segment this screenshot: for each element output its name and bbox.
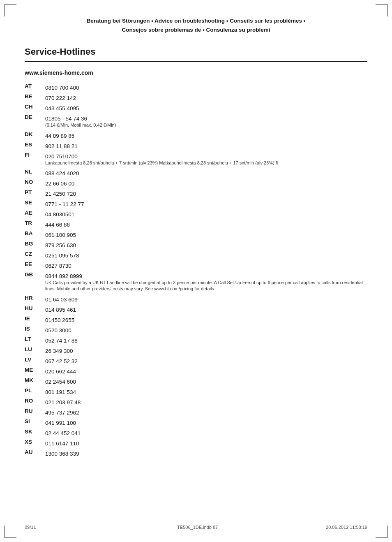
- phone-cell: 0251 095 578: [45, 250, 367, 260]
- phone-cell: 041 991 100: [45, 417, 367, 427]
- table-row: PL801 191 534: [25, 386, 367, 396]
- phone-cell: 052 74 17 88: [45, 335, 367, 345]
- header-line1: Beratung bei Störungen • Advice on troub…: [25, 16, 367, 25]
- country-code: TR: [25, 219, 45, 229]
- phone-number: 02 44 452 041: [45, 429, 367, 436]
- country-code: BG: [25, 239, 45, 250]
- table-row: BG879 256 630: [25, 239, 367, 250]
- phone-cell: 0627 8730: [45, 260, 367, 270]
- phone-number: 444 66 88: [45, 220, 367, 228]
- phone-number: 0771 - 11 22 77: [45, 199, 367, 207]
- table-row: SI041 991 100: [25, 417, 367, 427]
- phone-number: 1300 368 339: [45, 449, 367, 457]
- phone-note: Lankapuhelimesta 8,28 snt/puhelu + 7 snt…: [45, 160, 367, 166]
- phone-number: 067 42 52 32: [45, 357, 367, 364]
- country-code: GB: [25, 270, 45, 294]
- phone-number: 020 662 444: [45, 367, 367, 375]
- country-code: SK: [25, 427, 45, 438]
- table-row: TR444 66 88: [25, 219, 367, 229]
- phone-cell: 879 256 630: [45, 239, 367, 250]
- table-row: SK02 44 452 041: [25, 427, 367, 438]
- phone-cell: 0520 3000: [45, 324, 367, 335]
- phone-number: 0627 8730: [45, 261, 367, 269]
- footer-file: TE506_1DE.indb 87: [177, 525, 218, 530]
- phone-number: 052 74 17 88: [45, 336, 367, 344]
- phone-number: 0251 095 578: [45, 251, 367, 259]
- table-row: FI020 7510700Lankapuhelimesta 8,28 snt/p…: [25, 151, 367, 167]
- country-code: FI: [25, 151, 45, 167]
- corner-mark-br: [376, 526, 388, 538]
- country-code: AE: [25, 208, 45, 219]
- phone-number: 020 7510700: [45, 152, 367, 160]
- table-row: BE070 222 142: [25, 92, 367, 102]
- corner-mark-bl: [4, 526, 16, 538]
- phone-cell: 495 737 2962: [45, 407, 367, 417]
- phone-cell: 01450 2655: [45, 314, 367, 324]
- table-row: BA061 100 905: [25, 229, 367, 239]
- country-code: BA: [25, 229, 45, 239]
- phone-number: 043 455 4095: [45, 104, 367, 111]
- phone-cell: 02 44 452 041: [45, 427, 367, 438]
- table-row: CZ0251 095 578: [25, 250, 367, 260]
- phone-number: 01450 2655: [45, 315, 367, 323]
- country-code: ES: [25, 140, 45, 151]
- phone-cell: 26 349 300: [45, 345, 367, 355]
- country-code: BE: [25, 92, 45, 102]
- footer-date: 20.06.2012 11:58:19: [326, 525, 367, 530]
- phone-number: 02 2454 600: [45, 377, 367, 385]
- table-row: XS011 6147 110: [25, 438, 367, 448]
- country-code: EE: [25, 260, 45, 270]
- phone-cell: 801 191 534: [45, 386, 367, 396]
- phone-cell: 020 7510700Lankapuhelimesta 8,28 snt/puh…: [45, 151, 367, 167]
- table-row: ES902 11 88 21: [25, 140, 367, 151]
- phone-cell: 061 100 905: [45, 229, 367, 239]
- phone-note: UK Calls provided by a UK BT Landline wi…: [45, 280, 367, 292]
- table-row: RO021 203 97 48: [25, 396, 367, 407]
- country-code: SE: [25, 198, 45, 208]
- phone-number: 21 4250 720: [45, 189, 367, 197]
- phone-number: 04 8030501: [45, 210, 367, 218]
- phone-number: 01 64 03 609: [45, 295, 367, 303]
- table-row: AT0810 700 400: [25, 82, 367, 92]
- country-code: CH: [25, 102, 45, 113]
- phone-number: 902 11 88 21: [45, 141, 367, 149]
- phone-number: 021 203 97 48: [45, 398, 367, 405]
- table-row: LU26 349 300: [25, 345, 367, 355]
- header-section: Beratung bei Störungen • Advice on troub…: [25, 16, 367, 37]
- country-code: LU: [25, 345, 45, 355]
- country-code: DK: [25, 130, 45, 140]
- phone-cell: 902 11 88 21: [45, 140, 367, 151]
- country-code: RU: [25, 407, 45, 417]
- phone-number: 061 100 905: [45, 230, 367, 238]
- table-row: HR01 64 03 609: [25, 294, 367, 304]
- country-code: NO: [25, 178, 45, 188]
- country-code: LT: [25, 335, 45, 345]
- phone-number: 014 895 461: [45, 305, 367, 313]
- table-row: LT052 74 17 88: [25, 335, 367, 345]
- table-row: AU1300 368 339: [25, 448, 367, 458]
- country-code: IS: [25, 324, 45, 335]
- phone-cell: 44 89 89 85: [45, 130, 367, 140]
- table-row: DE01805 - 54 74 36(0,14 €/Min, Mobil max…: [25, 113, 367, 130]
- phone-number: 070 222 142: [45, 93, 367, 101]
- country-code: DE: [25, 113, 45, 130]
- phone-number: 088 424 4020: [45, 169, 367, 176]
- table-row: MK02 2454 600: [25, 376, 367, 386]
- country-code: IE: [25, 314, 45, 324]
- table-row: RU495 737 2962: [25, 407, 367, 417]
- country-code: LV: [25, 355, 45, 366]
- country-code: XS: [25, 438, 45, 448]
- table-row: AE04 8030501: [25, 208, 367, 219]
- country-code: HU: [25, 304, 45, 314]
- phone-cell: 070 222 142: [45, 92, 367, 102]
- table-row: IE01450 2655: [25, 314, 367, 324]
- phone-number: 44 89 89 85: [45, 131, 367, 139]
- country-code: HR: [25, 294, 45, 304]
- phone-note: (0,14 €/Min, Mobil max. 0,42 €/Min): [45, 122, 367, 128]
- phone-cell: 0810 700 400: [45, 82, 367, 92]
- phone-number: 0520 3000: [45, 326, 367, 334]
- phone-number: 22 66 06 00: [45, 179, 367, 187]
- phone-cell: 22 66 06 00: [45, 178, 367, 188]
- table-row: LV067 42 52 32: [25, 355, 367, 366]
- phone-cell: 021 203 97 48: [45, 396, 367, 407]
